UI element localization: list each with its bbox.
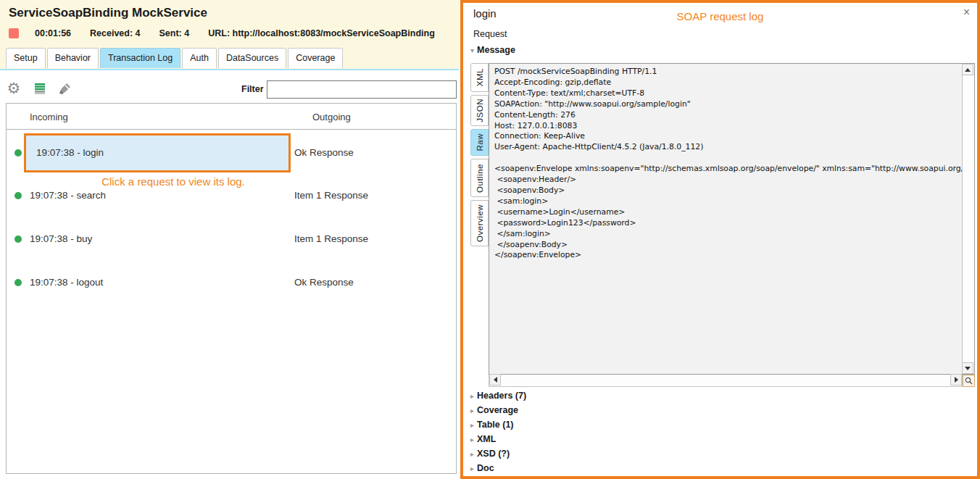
status-dot-icon — [14, 236, 22, 243]
status-dot-icon — [14, 279, 22, 286]
row-outgoing: Item 1 Response — [294, 190, 368, 201]
chevron-right-icon: ▸ — [470, 436, 474, 443]
request-log-panel: SOAP request log login × Request ▾Messag… — [460, 0, 980, 479]
service-url: URL: http://localhost:8083/mockServiceSo… — [208, 28, 435, 38]
scroll-down-button[interactable] — [962, 362, 973, 374]
mock-service-window: ServiceSoapBinding MockService 00:01:56 … — [0, 0, 459, 479]
magnifier-icon[interactable] — [963, 375, 975, 387]
row-incoming: 19:07:38 - buy — [30, 233, 92, 244]
received-count: Received: 4 — [90, 28, 140, 38]
mock-service-header: ServiceSoapBinding MockService 00:01:56 … — [0, 0, 459, 70]
horizontal-scrollbar[interactable] — [489, 375, 963, 387]
request-title: login — [473, 7, 497, 20]
chevron-right-icon: ▸ — [470, 450, 474, 458]
section-headers[interactable]: ▸Headers (7) — [470, 391, 526, 401]
section-table[interactable]: ▸Table (1) — [470, 420, 514, 430]
section-xsd[interactable]: ▸XSD (?) — [470, 449, 510, 459]
section-xml[interactable]: ▸XML — [470, 434, 496, 444]
filter-label: Filter — [241, 84, 264, 94]
row-incoming: 19:07:38 - logout — [30, 277, 103, 288]
annotation-click-hint: Click a request to view its log. — [50, 175, 296, 188]
row-outgoing: Item 1 Response — [294, 233, 368, 244]
chevron-down-icon: ▾ — [470, 46, 474, 54]
section-doc[interactable]: ▸Doc — [470, 463, 494, 473]
vertical-scrollbar[interactable] — [962, 64, 974, 374]
message-section-header[interactable]: ▾Message — [470, 45, 515, 55]
gear-icon[interactable]: ⚙ — [6, 80, 22, 96]
view-tab-xml[interactable]: XML — [470, 63, 489, 92]
status-dot-icon — [14, 192, 22, 199]
table-header: Incoming Outgoing — [7, 104, 456, 130]
scroll-right-button[interactable] — [950, 374, 962, 386]
scroll-left-button[interactable] — [489, 374, 501, 386]
column-header-outgoing: Outgoing — [312, 112, 351, 122]
elapsed-time: 00:01:56 — [35, 28, 71, 38]
close-icon[interactable]: × — [963, 6, 970, 19]
chevron-right-icon: ▸ — [470, 421, 474, 429]
transaction-log-table: Incoming Outgoing 19:07:38 - login Ok Re… — [6, 103, 457, 474]
view-tab-raw[interactable]: Raw — [470, 129, 489, 156]
section-coverage[interactable]: ▸Coverage — [470, 405, 518, 415]
chevron-right-icon: ▸ — [470, 465, 474, 472]
stats-row: 00:01:56 Received: 4 Sent: 4 URL: http:/… — [9, 28, 454, 38]
tab-coverage[interactable]: Coverage — [288, 48, 343, 68]
log-list-icon[interactable] — [32, 80, 48, 96]
column-header-incoming: Incoming — [30, 112, 68, 122]
view-tab-overview[interactable]: Overview — [470, 200, 489, 246]
clear-brush-icon[interactable] — [57, 80, 72, 96]
chevron-right-icon: ▸ — [470, 392, 474, 400]
row-outgoing: Ok Response — [294, 277, 354, 288]
view-tab-json[interactable]: JSON — [470, 95, 489, 126]
raw-message-viewer: POST /mockServiceSoapBinding HTTP/1.1 Ac… — [489, 63, 975, 375]
log-toolbar: ⚙ Filter — [0, 75, 459, 102]
row-incoming: 19:07:38 - search — [30, 190, 106, 201]
main-tab-bar: Setup Behavior Transaction Log Auth Data… — [6, 48, 344, 68]
tab-transaction-log[interactable]: Transaction Log — [100, 48, 180, 68]
tab-auth[interactable]: Auth — [182, 48, 217, 68]
view-tab-outline[interactable]: Outline — [470, 159, 489, 197]
row-outgoing: Ok Response — [294, 147, 354, 158]
request-label: Request — [473, 29, 507, 39]
tab-setup[interactable]: Setup — [6, 48, 46, 68]
tab-behavior[interactable]: Behavior — [47, 48, 99, 68]
scroll-up-button[interactable] — [962, 64, 973, 75]
status-dot-icon — [14, 149, 22, 157]
stop-button-icon[interactable] — [9, 28, 19, 38]
page-title: ServiceSoapBinding MockService — [9, 6, 207, 20]
chevron-right-icon: ▸ — [470, 407, 474, 415]
raw-request-text: POST /mockServiceSoapBinding HTTP/1.1 Ac… — [489, 64, 962, 374]
sent-count: Sent: 4 — [159, 28, 190, 38]
filter-input[interactable] — [267, 80, 457, 99]
selected-request-highlight[interactable]: 19:07:38 - login — [24, 133, 291, 172]
annotation-soap-request-log: SOAP request log — [463, 10, 977, 22]
tab-datasources[interactable]: DataSources — [218, 48, 286, 68]
row-incoming: 19:07:38 - login — [36, 147, 104, 158]
